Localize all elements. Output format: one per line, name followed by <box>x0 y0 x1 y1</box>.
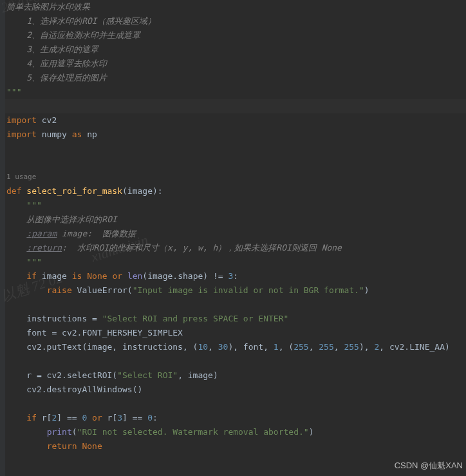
function-name: select_roi_for_mask <box>26 186 122 196</box>
code-line: raise ValueError("Input image is invalid… <box>5 283 466 298</box>
code-text: ), <box>359 342 374 352</box>
code-text: (image.shape) != <box>142 271 228 281</box>
triple-quote: """ <box>6 87 21 97</box>
return-rest: : 水印ROI的坐标和尺寸（x, y, w, h），如果未选择ROI则返回 No… <box>62 243 342 252</box>
number: 255 <box>319 342 333 352</box>
code-text: ] == <box>122 413 147 423</box>
docstring-return: :return: 水印ROI的坐标和尺寸（x, y, w, h），如果未选择RO… <box>5 241 466 255</box>
doc-step-3: 3、生成水印的遮罩 <box>6 44 98 54</box>
none-keyword: None <box>87 271 107 281</box>
doc-step: 4、应用遮罩去除水印 <box>5 57 466 71</box>
blank-line <box>5 156 466 170</box>
import-keyword: import <box>6 129 37 139</box>
code-text: , cv2.LINE_AA) <box>379 342 450 352</box>
code-text: , ( <box>279 342 294 352</box>
code-text: , <box>208 342 218 352</box>
or-keyword: or <box>112 271 122 281</box>
code-editor[interactable]: 简单去除图片水印效果 1、选择水印的ROI（感兴趣区域） 2、自适应检测水印并生… <box>0 0 466 453</box>
code-text: ] == <box>57 413 82 423</box>
doc-step: 3、生成水印的遮罩 <box>5 43 466 57</box>
code-text: cv2.destroyAllWindows() <box>26 385 142 394</box>
return-keyword: return <box>47 441 77 451</box>
code-line: font = cv2.FONT_HERSHEY_SIMPLEX <box>5 326 466 340</box>
doc-step: 5、保存处理后的图片 <box>5 71 466 85</box>
code-text: cv2.putText(image, instructions, ( <box>26 342 198 352</box>
csdn-credit: CSDN @仙魁XAN <box>395 459 463 473</box>
code-line: r = cv2.selectROI("Select ROI", image) <box>5 368 466 383</box>
doc-step-2: 2、自适应检测水印并生成遮罩 <box>6 30 140 40</box>
blank-line <box>5 142 466 156</box>
number: 255 <box>344 342 359 352</box>
docstring-desc: 从图像中选择水印的ROI <box>5 213 466 227</box>
string-literal: "ROI not selected. Watermark removal abo… <box>77 427 309 437</box>
code-text: ), font, <box>228 342 273 352</box>
code-line: if r[2] == 0 or r[3] == 0: <box>5 411 466 425</box>
code-text: ) <box>364 285 369 295</box>
code-line: instructions = "Select ROI and press SPA… <box>5 312 466 326</box>
module-cv2: cv2 <box>42 115 57 125</box>
doc-step-1: 1、选择水印的ROI（感兴趣区域） <box>6 16 156 26</box>
doc-line: 简单去除图片水印效果 <box>5 0 466 14</box>
doc-end: """ <box>5 85 466 99</box>
code-text <box>87 413 92 423</box>
raise-keyword: raise <box>47 285 72 295</box>
number: 0 <box>147 413 153 423</box>
code-line: if image is None or len(image.shape) != … <box>5 269 466 283</box>
colon: : <box>153 413 158 423</box>
doc-step: 1、选择水印的ROI（感兴趣区域） <box>5 14 466 28</box>
docstring-param: :param image: 图像数据 <box>5 227 466 241</box>
code-text: r[ <box>37 413 51 423</box>
number: 1 <box>274 342 279 352</box>
none-keyword: None <box>82 441 102 451</box>
code-text: ) <box>309 427 314 437</box>
code-text <box>122 271 127 281</box>
string-literal: "Input image is invalid or not in BGR fo… <box>133 285 364 295</box>
code-text: instructions = <box>26 314 102 323</box>
code-text: , <box>309 342 319 352</box>
len-builtin: len <box>127 271 142 281</box>
triple-quote: """ <box>26 257 41 267</box>
import-keyword: import <box>6 115 37 125</box>
blank-line <box>5 354 466 368</box>
blank-line <box>5 298 466 312</box>
code-text: ValueError( <box>72 285 133 295</box>
docstring-open: """ <box>5 198 466 213</box>
module-numpy: numpy <box>42 129 67 139</box>
code-text: font = cv2.FONT_HERSHEY_SIMPLEX <box>26 328 183 338</box>
param-rest: image: 图像数据 <box>57 229 135 238</box>
param-image: image <box>127 186 153 196</box>
string-literal: "Select ROI" <box>117 370 178 380</box>
code-line: cv2.putText(image, instructions, (10, 30… <box>5 340 466 354</box>
code-text: image <box>37 271 72 281</box>
code-line: cv2.destroyAllWindows() <box>5 383 466 397</box>
function-def: def select_roi_for_mask(image): <box>5 184 466 198</box>
code-text: , <box>334 342 344 352</box>
usage-hint[interactable]: 1 usage <box>5 170 466 184</box>
code-text: , image) <box>178 370 218 380</box>
string-literal: "Select ROI and press SPACE or ENTER" <box>102 314 289 323</box>
param-tag: :param <box>26 229 57 238</box>
doc-step-4: 4、应用遮罩去除水印 <box>6 59 107 68</box>
doc-desc: 从图像中选择水印的ROI <box>26 214 116 224</box>
docstring-title: 简单去除图片水印效果 <box>6 2 90 12</box>
code-line: print("ROI not selected. Watermark remov… <box>5 425 466 439</box>
import-line: import cv2 <box>5 113 466 128</box>
lparen: ( <box>122 186 127 196</box>
cursor-line[interactable] <box>5 99 466 113</box>
code-text: r = cv2.selectROI( <box>26 370 117 380</box>
number: 255 <box>294 342 308 352</box>
return-tag: :return <box>26 243 62 252</box>
code-text: r[ <box>102 413 117 423</box>
number: 10 <box>198 342 208 352</box>
is-keyword: is <box>72 271 82 281</box>
if-keyword: if <box>26 413 37 423</box>
code-text: ( <box>72 427 77 437</box>
number: 3 <box>117 413 122 423</box>
or-keyword: or <box>92 413 102 423</box>
triple-quote: """ <box>26 200 41 210</box>
blank-line <box>5 397 466 411</box>
def-keyword: def <box>6 186 21 196</box>
import-line: import numpy as np <box>5 128 466 142</box>
print-builtin: print <box>47 427 72 437</box>
alias-np: np <box>87 129 97 139</box>
